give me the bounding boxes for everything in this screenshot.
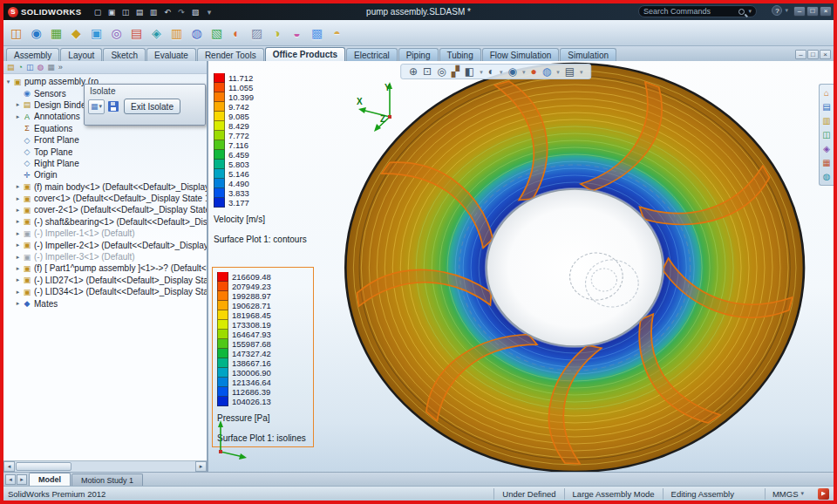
view-tool-icon[interactable]: ▾ [480, 69, 483, 75]
search-icon[interactable] [738, 9, 745, 15]
tree-row[interactable]: ▸ ▣ (-) Impeller-1<1> (Default) [3, 228, 207, 239]
tree-row[interactable]: ▸ ▣ (-) LID34<1> (Default<<Default>_Disp… [3, 286, 207, 297]
ribbon-tab[interactable]: Layout [60, 48, 102, 61]
tree-row[interactable]: ◇ Front Plane [3, 134, 207, 146]
view-tool-icon[interactable]: ▞ [452, 66, 459, 77]
search-box[interactable]: Search Commands ▾ [638, 5, 757, 17]
quick-access-icon[interactable]: ▧ [188, 6, 201, 18]
units-selector[interactable]: MMGS ▾ [765, 488, 811, 500]
exit-isolate-button[interactable]: Exit Isolate [124, 99, 180, 114]
command-icon[interactable]: ▧ [208, 23, 226, 44]
view-tool-icon[interactable]: ◉ [507, 66, 516, 77]
view-tool-icon[interactable]: ◍ [542, 66, 551, 77]
window-control-button[interactable]: – [793, 6, 806, 17]
help-icon[interactable]: ? [772, 5, 782, 16]
command-icon[interactable]: ▦ [47, 23, 65, 44]
ribbon-tab[interactable]: Simulation [560, 48, 616, 61]
panel-tab-icon[interactable]: ▦ [47, 63, 55, 72]
quick-access-icon[interactable]: ▤ [133, 6, 146, 18]
ribbon-tab[interactable]: Tubing [439, 48, 481, 61]
command-icon[interactable]: ▤ [127, 23, 146, 44]
scrollbar-thumb[interactable] [16, 462, 71, 471]
ribbon-tab[interactable]: Flow Simulation [482, 48, 560, 61]
window-control-button[interactable]: × [820, 6, 832, 17]
command-icon[interactable]: ◈ [147, 23, 166, 44]
command-icon[interactable]: ◫ [7, 23, 25, 44]
tree-row[interactable]: ▸ ▣ (-) Impeller-3<1> (Default) [3, 251, 207, 262]
expand-arrow-icon[interactable]: ▸ [14, 300, 22, 307]
command-icon[interactable]: ◆ [67, 23, 85, 44]
command-icon[interactable]: ◎ [107, 23, 126, 44]
panel-tab-icon[interactable]: » [58, 63, 63, 72]
command-icon[interactable]: ◑ [268, 23, 286, 44]
document-tab[interactable]: Model [29, 473, 71, 486]
panel-tab-icon[interactable]: ◔ [18, 63, 23, 72]
quick-access-icon[interactable]: ↶ [160, 6, 174, 18]
tree-row[interactable]: ✛ Origin [3, 169, 207, 180]
command-icon[interactable]: ◍ [187, 23, 206, 44]
expand-arrow-icon[interactable]: ▸ [14, 101, 22, 108]
command-icon[interactable]: ◉ [27, 23, 45, 44]
task-pane-icon[interactable]: ▥ [822, 116, 830, 126]
expand-arrow-icon[interactable]: ▸ [14, 254, 22, 261]
tree-row[interactable]: ▸ ▣ cover-2<1> (Default<<Default>_Displa… [3, 204, 207, 215]
view-tool-icon[interactable]: ▾ [522, 69, 526, 75]
ribbon-tab[interactable]: Piping [398, 48, 439, 61]
tree-row[interactable]: ▸ ▣ (-) shaft&bearing<1> (Default<<Defau… [3, 216, 207, 228]
ribbon-tab[interactable]: Render Tools [197, 48, 264, 61]
expand-arrow-icon[interactable]: ▸ [14, 218, 22, 225]
tree-row[interactable]: ▸ ▣ (-) LID27<1> (Default<<Default>_Disp… [3, 275, 207, 286]
panel-tab-icon[interactable]: ▤ [7, 63, 15, 72]
graphics-viewport[interactable]: ⊕ ⊡ ◎ ▞ ◧ ▾ ◐ ▾ ◉ ▾ [208, 61, 834, 472]
panel-tab-icon[interactable]: ◫ [26, 63, 34, 72]
tree-row[interactable]: ▸ ▣ cover<1> (Default<<Default>_Display … [3, 193, 207, 204]
doc-window-control-button[interactable]: □ [807, 50, 819, 59]
document-tab[interactable]: Motion Study 1 [71, 473, 143, 486]
expand-arrow-icon[interactable]: ▸ [14, 195, 22, 202]
expand-arrow-icon[interactable]: ▸ [14, 207, 22, 214]
tree-row[interactable]: ◇ Top Plane [3, 146, 207, 157]
quick-access-icon[interactable]: ▾ [202, 6, 215, 18]
tree-horizontal-scrollbar[interactable]: ◂ ▸ [3, 460, 207, 472]
scrollbar-track[interactable] [15, 461, 195, 472]
save-display-state-icon[interactable] [108, 101, 119, 112]
expand-arrow-icon[interactable]: ▸ [14, 183, 22, 190]
command-icon[interactable]: ◓ [328, 23, 346, 44]
doc-window-control-button[interactable]: × [820, 50, 831, 59]
expand-arrow-icon[interactable]: ▾ [4, 78, 12, 85]
tree-row[interactable]: ▸ ▣ (f) main body<1> (Default<<Default>_… [3, 181, 207, 193]
quick-access-icon[interactable]: ▥ [146, 6, 160, 18]
tree-row[interactable]: ◇ Right Plane [3, 158, 207, 169]
view-tool-icon[interactable]: ▤ [565, 66, 575, 77]
tab-scroll-left-icon[interactable]: ◂ [5, 474, 16, 485]
view-tool-icon[interactable]: ▾ [556, 69, 560, 75]
quick-access-icon[interactable]: ◫ [119, 6, 132, 18]
view-tool-icon[interactable]: ⊡ [423, 66, 432, 77]
tab-scroll-right-icon[interactable]: ▸ [17, 474, 27, 485]
tree-row[interactable]: ▸ ▣ (-) Impeller-2<1> (Default<<Default>… [3, 239, 207, 250]
chevron-down-icon[interactable]: ▾ [748, 8, 752, 15]
view-tool-icon[interactable]: ◐ [488, 66, 494, 77]
task-pane-icon[interactable]: ◫ [822, 130, 830, 140]
command-icon[interactable]: ▨ [248, 23, 266, 44]
tree-row[interactable]: ▸ ◆ Mates [3, 297, 207, 309]
panel-tab-icon[interactable]: ◍ [37, 63, 44, 72]
quick-tips-icon[interactable] [818, 488, 829, 500]
doc-window-control-button[interactable]: – [795, 50, 806, 59]
task-pane-icon[interactable]: ▦ [822, 158, 830, 167]
ribbon-tab[interactable]: Office Products [265, 47, 345, 61]
command-icon[interactable]: ▣ [87, 23, 105, 44]
window-control-button[interactable]: □ [806, 6, 819, 17]
tree-row[interactable]: ▸ ▣ (f) [ Part1^pump assembly ]<1>->? (D… [3, 262, 207, 274]
view-tool-icon[interactable]: ● [530, 66, 536, 77]
scroll-left-icon[interactable]: ◂ [3, 461, 15, 472]
scroll-right-icon[interactable]: ▸ [195, 461, 207, 472]
command-icon[interactable]: ▩ [308, 23, 326, 44]
view-tool-icon[interactable]: ◎ [437, 66, 446, 77]
ribbon-tab[interactable]: Electrical [346, 48, 398, 61]
command-icon[interactable]: ▥ [167, 23, 186, 44]
expand-arrow-icon[interactable]: ▸ [14, 265, 22, 272]
ribbon-tab[interactable]: Sketch [103, 48, 146, 61]
task-pane-icon[interactable]: ▤ [822, 102, 830, 112]
view-tool-icon[interactable]: ▾ [500, 69, 503, 75]
